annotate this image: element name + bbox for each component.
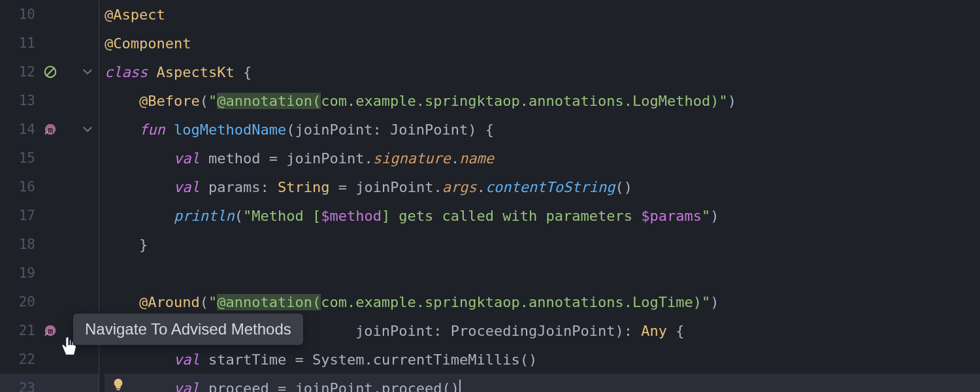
- code-line[interactable]: @Around("@annotation(com.example.springk…: [105, 287, 980, 316]
- line-number: 19: [0, 265, 39, 281]
- method-call-token: contentToString: [485, 179, 615, 195]
- line-number: 15: [0, 150, 39, 166]
- line-number: 17: [0, 208, 39, 223]
- gutter-row: 10: [0, 0, 99, 29]
- line-number: 22: [0, 351, 39, 367]
- gutter-row: 15: [0, 144, 99, 172]
- code-line[interactable]: println("Method [$method] gets called wi…: [105, 201, 980, 230]
- code-line[interactable]: @Component: [105, 29, 980, 57]
- annotation-token: @Before: [139, 93, 200, 109]
- line-number: 16: [0, 179, 39, 195]
- function-call-token: println: [174, 208, 235, 224]
- annotation-token: @Around: [139, 294, 200, 310]
- line-number: 23: [0, 380, 39, 392]
- line-number: 11: [0, 35, 39, 51]
- class-name-token: AspectsKt: [156, 64, 242, 80]
- code-line[interactable]: val method = joinPoint.signature.name: [105, 144, 980, 172]
- code-line[interactable]: class AspectsKt {: [105, 57, 980, 86]
- keyword-token: fun: [139, 122, 174, 138]
- line-number: 13: [0, 93, 39, 108]
- fold-chevron-icon[interactable]: [80, 65, 95, 79]
- annotation-token: @Component: [105, 35, 191, 52]
- code-line[interactable]: val startTime = System.currentTimeMillis…: [105, 345, 980, 374]
- gutter-row: 18: [0, 230, 99, 259]
- gutter-row: 19: [0, 259, 99, 287]
- gutter-row: 16: [0, 172, 99, 201]
- template-var-token: $method: [321, 208, 382, 224]
- template-var-token: $params: [641, 208, 702, 224]
- aspect-advice-icon[interactable]: m: [43, 323, 57, 338]
- svg-line-1: [46, 68, 55, 76]
- text-caret: [459, 380, 461, 392]
- line-number: 10: [0, 7, 39, 22]
- line-number: 12: [0, 64, 39, 80]
- gutter-row: 13: [0, 86, 99, 115]
- class-icon[interactable]: [43, 65, 57, 79]
- code-line[interactable]: }: [105, 230, 980, 259]
- property-token: signature: [373, 150, 451, 167]
- fold-chevron-icon[interactable]: [80, 122, 95, 137]
- gutter-row: 14 m: [0, 115, 99, 144]
- tooltip-text: Navigate To Advised Methods: [85, 320, 291, 338]
- intention-bulb-icon[interactable]: [111, 378, 125, 392]
- code-line[interactable]: fun logMethodName(joinPoint: JoinPoint) …: [105, 115, 980, 144]
- line-number: 18: [0, 237, 39, 252]
- function-name-token: logMethodName: [174, 122, 286, 138]
- mouse-cursor-hand-icon: [57, 335, 80, 364]
- brace-token: {: [243, 64, 252, 80]
- svg-text:m: m: [48, 326, 53, 336]
- gutter-row: 23: [0, 374, 99, 392]
- aspect-advice-icon[interactable]: m: [43, 122, 57, 137]
- line-number: 20: [0, 294, 39, 310]
- property-token: name: [459, 150, 494, 167]
- pointcut-expression: @annotation(: [217, 294, 321, 310]
- code-line-current[interactable]: val proceed = joinPoint.proceed(): [105, 374, 980, 392]
- code-line[interactable]: @Aspect: [105, 0, 980, 29]
- line-number: 14: [0, 122, 39, 137]
- gutter-row: 11: [0, 29, 99, 57]
- svg-rect-6: [116, 389, 120, 390]
- gutter-tooltip: Navigate To Advised Methods: [73, 314, 303, 345]
- gutter-row: 17: [0, 201, 99, 230]
- keyword-token: class: [105, 64, 156, 80]
- gutter-row: 22: [0, 345, 99, 374]
- annotation-token: @Aspect: [105, 7, 165, 23]
- pointcut-expression: @annotation(: [217, 93, 321, 109]
- gutter-row: 20: [0, 287, 99, 316]
- code-line[interactable]: val params: String = joinPoint.args.cont…: [105, 172, 980, 201]
- gutter-row: 12: [0, 57, 99, 86]
- line-number: 21: [0, 323, 39, 338]
- code-line[interactable]: @Before("@annotation(com.example.springk…: [105, 86, 980, 115]
- code-line[interactable]: [105, 259, 980, 287]
- svg-text:m: m: [48, 125, 53, 135]
